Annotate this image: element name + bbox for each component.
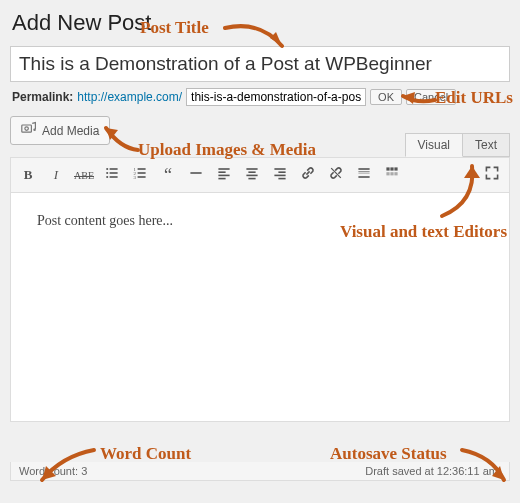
- permalink-ok-button[interactable]: OK: [370, 89, 402, 105]
- bulleted-list-button[interactable]: [99, 162, 125, 188]
- align-right-icon: [272, 165, 288, 185]
- post-content-text: Post content goes here...: [37, 213, 173, 228]
- post-title-input[interactable]: [10, 46, 510, 82]
- svg-rect-27: [278, 178, 285, 180]
- svg-rect-30: [358, 171, 369, 172]
- toolbar-toggle-button[interactable]: [379, 162, 405, 188]
- svg-rect-33: [386, 167, 389, 170]
- bold-button[interactable]: B: [15, 162, 41, 188]
- svg-rect-12: [138, 172, 146, 174]
- svg-rect-26: [274, 175, 285, 177]
- svg-rect-10: [138, 168, 146, 170]
- italic-button[interactable]: I: [43, 162, 69, 188]
- svg-rect-22: [246, 175, 257, 177]
- autosave-status: Draft saved at 12:36:11 am.: [365, 465, 501, 477]
- insert-more-button[interactable]: [351, 162, 377, 188]
- svg-rect-17: [218, 171, 225, 173]
- svg-rect-38: [394, 172, 397, 175]
- svg-rect-18: [218, 175, 229, 177]
- unlink-button[interactable]: [323, 162, 349, 188]
- camera-music-icon: [21, 121, 37, 140]
- expand-icon: [484, 165, 500, 185]
- svg-rect-15: [190, 172, 201, 174]
- svg-rect-29: [358, 168, 369, 170]
- fullscreen-button[interactable]: [479, 162, 505, 188]
- svg-rect-8: [110, 176, 118, 178]
- blockquote-button[interactable]: “: [155, 162, 181, 188]
- editor-status-bar: Word count: 3 Draft saved at 12:36:11 am…: [10, 462, 510, 481]
- svg-rect-21: [248, 171, 255, 173]
- svg-rect-16: [218, 168, 229, 170]
- link-icon: [300, 165, 316, 185]
- permalink-label: Permalink:: [12, 90, 73, 104]
- svg-point-5: [106, 172, 108, 174]
- align-center-icon: [244, 165, 260, 185]
- list-ol-icon: 123: [132, 165, 148, 185]
- tab-visual[interactable]: Visual: [405, 133, 463, 157]
- page-title: Add New Post: [12, 10, 510, 36]
- align-left-icon: [216, 165, 232, 185]
- svg-rect-25: [278, 171, 285, 173]
- svg-point-7: [106, 176, 108, 178]
- svg-rect-24: [274, 168, 285, 170]
- svg-point-1: [25, 127, 29, 131]
- add-media-label: Add Media: [42, 124, 99, 138]
- svg-rect-14: [138, 176, 146, 178]
- svg-point-3: [106, 168, 108, 170]
- hr-icon: [188, 165, 204, 185]
- svg-rect-23: [248, 178, 255, 180]
- svg-text:3: 3: [134, 175, 137, 180]
- align-right-button[interactable]: [267, 162, 293, 188]
- permalink-cancel-button[interactable]: Cancel: [406, 89, 456, 105]
- unlink-icon: [328, 165, 344, 185]
- word-count: Word count: 3: [19, 465, 87, 477]
- readmore-icon: [356, 165, 372, 185]
- svg-rect-4: [110, 168, 118, 170]
- svg-rect-32: [358, 176, 369, 178]
- svg-rect-31: [358, 173, 369, 174]
- permalink-slug-input[interactable]: [186, 88, 366, 106]
- tab-text[interactable]: Text: [463, 133, 510, 157]
- add-media-button[interactable]: Add Media: [10, 116, 110, 145]
- svg-rect-37: [390, 172, 393, 175]
- strikethrough-button[interactable]: ABE: [71, 162, 97, 188]
- svg-point-2: [33, 129, 36, 132]
- numbered-list-button[interactable]: 123: [127, 162, 153, 188]
- svg-rect-0: [22, 125, 32, 132]
- editor-toolbar: B I ABE 123 “: [10, 157, 510, 192]
- post-content-editor[interactable]: Post content goes here...: [10, 192, 510, 422]
- svg-rect-6: [110, 172, 118, 174]
- permalink-base: http://example.com/: [77, 90, 182, 104]
- svg-rect-19: [218, 178, 225, 180]
- kitchen-sink-icon: [384, 165, 400, 185]
- align-center-button[interactable]: [239, 162, 265, 188]
- align-left-button[interactable]: [211, 162, 237, 188]
- svg-rect-20: [246, 168, 257, 170]
- list-ul-icon: [104, 165, 120, 185]
- permalink-row: Permalink: http://example.com/ OK Cancel: [12, 88, 508, 106]
- svg-rect-36: [386, 172, 389, 175]
- link-button[interactable]: [295, 162, 321, 188]
- editor-tabs: Visual Text: [405, 133, 510, 157]
- svg-rect-35: [394, 167, 397, 170]
- svg-rect-34: [390, 167, 393, 170]
- hr-button[interactable]: [183, 162, 209, 188]
